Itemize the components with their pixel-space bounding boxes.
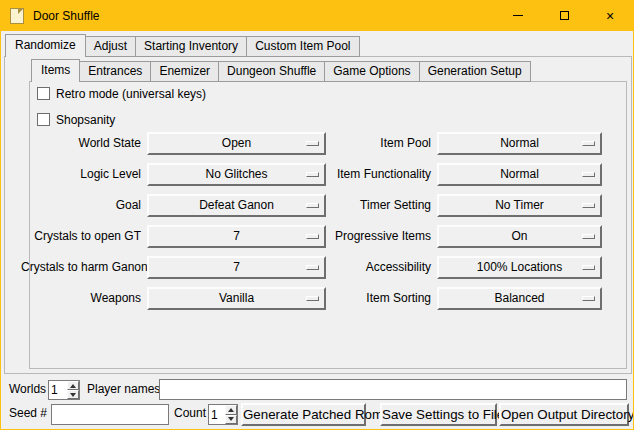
item-functionality-label: Item Functionality: [319, 163, 431, 186]
goal-label: Goal: [21, 194, 141, 217]
window-title: Door Shuffle: [33, 9, 100, 23]
maximize-icon: [560, 11, 569, 20]
app-icon: [10, 8, 24, 24]
open-output-directory-button[interactable]: Open Output Directory: [499, 403, 629, 426]
world-state-dropdown[interactable]: Open: [147, 132, 326, 155]
item-pool-value: Normal: [439, 134, 600, 153]
dropdown-indicator-icon: [582, 296, 595, 301]
maximize-button[interactable]: [541, 1, 587, 30]
dropdown-indicator-icon: [306, 172, 319, 177]
seed-label: Seed #: [9, 403, 47, 424]
goal-value: Defeat Ganon: [149, 196, 324, 215]
outer-tab-bar: Randomize Adjust Starting Inventory Cust…: [5, 34, 360, 57]
item-sorting-dropdown[interactable]: Balanced: [437, 287, 602, 310]
tab-entrances[interactable]: Entrances: [79, 61, 151, 82]
dropdown-indicator-icon: [582, 234, 595, 239]
dropdown-indicator-icon: [306, 265, 319, 270]
tab-custom-item-pool[interactable]: Custom Item Pool: [246, 36, 359, 57]
tab-adjust[interactable]: Adjust: [85, 36, 136, 57]
count-spinbox[interactable]: [208, 404, 238, 425]
dropdown-indicator-icon: [306, 296, 319, 301]
tab-dungeon-shuffle[interactable]: Dungeon Shuffle: [218, 61, 325, 82]
save-settings-button[interactable]: Save Settings to File: [380, 403, 497, 426]
item-functionality-dropdown[interactable]: Normal: [437, 163, 602, 186]
count-label: Count: [174, 403, 206, 424]
accessibility-dropdown[interactable]: 100% Locations: [437, 256, 602, 279]
minimize-button[interactable]: [495, 1, 541, 30]
window: Door Shuffle × Randomize Adjust Starting…: [0, 0, 634, 430]
dropdown-indicator-icon: [582, 203, 595, 208]
item-sorting-label: Item Sorting: [319, 287, 431, 310]
tab-items[interactable]: Items: [31, 59, 80, 82]
tab-enemizer[interactable]: Enemizer: [150, 61, 219, 82]
dropdown-indicator-icon: [306, 203, 319, 208]
count-down-button[interactable]: [225, 415, 237, 425]
crystals-ganon-dropdown[interactable]: 7: [147, 256, 326, 279]
shopsanity-label: Shopsanity: [56, 113, 115, 127]
timer-setting-label: Timer Setting: [319, 194, 431, 217]
retro-mode-checkbox[interactable]: [37, 87, 50, 100]
tab-game-options[interactable]: Game Options: [324, 61, 419, 82]
tab-generation-setup[interactable]: Generation Setup: [419, 61, 531, 82]
dropdown-indicator-icon: [582, 265, 595, 270]
count-up-button[interactable]: [225, 405, 237, 415]
player-names-label: Player names: [87, 379, 160, 400]
accessibility-label: Accessibility: [319, 256, 431, 279]
logic-level-dropdown[interactable]: No Glitches: [147, 163, 326, 186]
dropdown-indicator-icon: [306, 141, 319, 146]
progressive-items-value: On: [439, 227, 600, 246]
item-functionality-value: Normal: [439, 165, 600, 184]
world-state-value: Open: [149, 134, 324, 153]
close-button[interactable]: ×: [587, 1, 633, 30]
worlds-spinbox[interactable]: [48, 380, 80, 400]
worlds-spin-buttons: [67, 381, 79, 399]
goal-dropdown[interactable]: Defeat Ganon: [147, 194, 326, 217]
up-arrow-icon: [228, 408, 234, 412]
crystals-gt-label: Crystals to open GT: [21, 225, 141, 248]
seed-input[interactable]: [51, 404, 169, 425]
logic-level-label: Logic Level: [21, 163, 141, 186]
window-titlebar[interactable]: Door Shuffle ×: [1, 1, 633, 31]
tab-starting-inventory[interactable]: Starting Inventory: [135, 36, 247, 57]
timer-setting-value: No Timer: [439, 196, 600, 215]
down-arrow-icon: [228, 417, 234, 421]
shopsanity-checkbox[interactable]: [37, 113, 50, 126]
weapons-label: Weapons: [21, 287, 141, 310]
worlds-input[interactable]: [49, 381, 67, 399]
world-state-label: World State: [21, 132, 141, 155]
accessibility-value: 100% Locations: [439, 258, 600, 277]
count-spin-buttons: [225, 405, 237, 424]
progressive-items-dropdown[interactable]: On: [437, 225, 602, 248]
item-sorting-value: Balanced: [439, 289, 600, 308]
worlds-label: Worlds: [9, 379, 46, 400]
logic-level-value: No Glitches: [149, 165, 324, 184]
inner-tab-bar: Items Entrances Enemizer Dungeon Shuffle…: [31, 59, 531, 82]
worlds-up-button[interactable]: [67, 381, 79, 390]
weapons-value: Vanilla: [149, 289, 324, 308]
timer-setting-dropdown[interactable]: No Timer: [437, 194, 602, 217]
count-input[interactable]: [209, 405, 225, 424]
dropdown-indicator-icon: [306, 234, 319, 239]
progressive-items-label: Progressive Items: [319, 225, 431, 248]
close-icon: ×: [606, 9, 614, 23]
tab-randomize[interactable]: Randomize: [5, 34, 86, 57]
crystals-gt-value: 7: [149, 227, 324, 246]
item-pool-dropdown[interactable]: Normal: [437, 132, 602, 155]
weapons-dropdown[interactable]: Vanilla: [147, 287, 326, 310]
item-pool-label: Item Pool: [319, 132, 431, 155]
crystals-ganon-value: 7: [149, 258, 324, 277]
down-arrow-icon: [70, 393, 76, 397]
retro-mode-label: Retro mode (universal keys): [56, 87, 206, 101]
minimize-icon: [513, 15, 523, 16]
dropdown-indicator-icon: [582, 172, 595, 177]
player-names-input[interactable]: [159, 379, 627, 400]
generate-patched-rom-button[interactable]: Generate Patched Rom: [241, 403, 366, 426]
up-arrow-icon: [70, 384, 76, 388]
dropdown-indicator-icon: [582, 141, 595, 146]
worlds-down-button[interactable]: [67, 390, 79, 399]
window-controls: ×: [495, 1, 633, 30]
crystals-gt-dropdown[interactable]: 7: [147, 225, 326, 248]
crystals-ganon-label: Crystals to harm Ganon: [21, 256, 141, 279]
